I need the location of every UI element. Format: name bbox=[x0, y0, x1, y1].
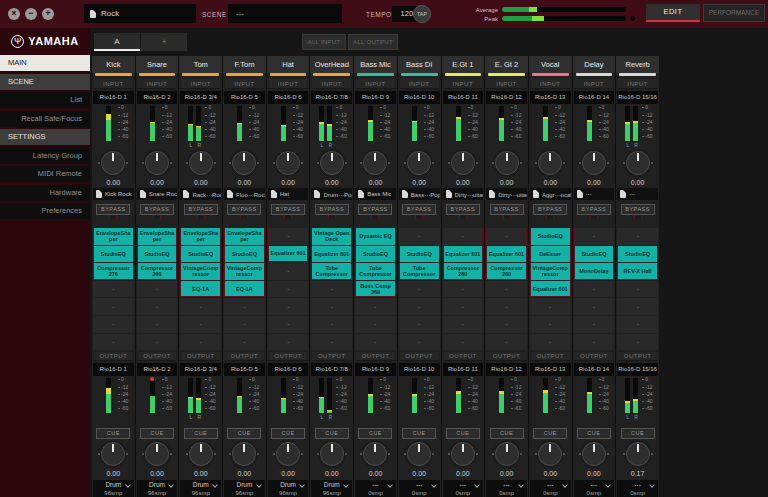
input-gain-knob[interactable] bbox=[442, 148, 485, 178]
insert-slot[interactable]: - bbox=[617, 298, 658, 315]
cue-button[interactable]: CUE bbox=[96, 428, 130, 439]
input-gain-knob[interactable] bbox=[267, 148, 310, 178]
channel-name[interactable]: Bass DI bbox=[398, 56, 441, 73]
channel-name[interactable]: Tom bbox=[179, 56, 222, 73]
sidebar-item-main[interactable]: MAIN bbox=[0, 55, 90, 71]
output-level-knob[interactable] bbox=[136, 439, 179, 469]
all-input-button[interactable]: ALL INPUT bbox=[302, 34, 346, 50]
insert-slot[interactable]: - bbox=[180, 316, 221, 333]
latency-group-selector[interactable]: Drum 96smp bbox=[224, 480, 265, 497]
insert-slot[interactable]: EnvelopeShaper bbox=[180, 228, 221, 245]
input-gain-knob[interactable] bbox=[223, 148, 266, 178]
preset-selector[interactable]: Bass Mic bbox=[355, 188, 396, 200]
insert-slot[interactable]: REV-X Hall bbox=[617, 263, 658, 280]
knob-dial[interactable] bbox=[407, 442, 431, 466]
insert-slot[interactable]: - bbox=[137, 316, 178, 333]
insert-slot[interactable]: - bbox=[355, 334, 396, 351]
insert-slot[interactable]: Equalizer 601 bbox=[268, 246, 309, 263]
insert-slot[interactable]: - bbox=[137, 334, 178, 351]
knob-dial[interactable] bbox=[320, 151, 344, 175]
bypass-button[interactable]: BYPASS bbox=[577, 204, 611, 215]
close-icon[interactable]: × bbox=[8, 8, 20, 20]
insert-slot[interactable]: - bbox=[399, 316, 440, 333]
insert-slot[interactable]: - bbox=[443, 316, 484, 333]
insert-slot[interactable]: - bbox=[486, 298, 527, 315]
insert-slot[interactable]: - bbox=[443, 298, 484, 315]
output-port-selector[interactable]: Rio16-D 2 bbox=[137, 363, 178, 376]
latency-group-selector[interactable]: --- 0smp bbox=[617, 480, 658, 497]
insert-slot[interactable]: - bbox=[180, 298, 221, 315]
output-level-knob[interactable] bbox=[310, 439, 353, 469]
insert-slot[interactable]: - bbox=[224, 334, 265, 351]
output-port-selector[interactable]: Rio16-D 9 bbox=[355, 363, 396, 376]
input-gain-knob[interactable] bbox=[136, 148, 179, 178]
insert-slot[interactable]: EnvelopeShaper bbox=[137, 228, 178, 245]
knob-dial[interactable] bbox=[232, 151, 256, 175]
insert-slot[interactable]: StudioEQ bbox=[93, 246, 134, 263]
latency-group-selector[interactable]: Drum 96smp bbox=[93, 480, 134, 497]
knob-dial[interactable] bbox=[145, 442, 169, 466]
insert-slot[interactable]: StudioEQ bbox=[137, 246, 178, 263]
preset-selector[interactable]: Floo⋯Rock bbox=[224, 188, 265, 200]
insert-slot[interactable]: VintageCompressor bbox=[530, 263, 571, 280]
sidebar-item-list[interactable]: List bbox=[0, 92, 90, 108]
insert-slot[interactable]: - bbox=[486, 334, 527, 351]
insert-slot[interactable]: EnvelopeShaper bbox=[93, 228, 134, 245]
input-port-selector[interactable]: Rio16-D 15/16 bbox=[617, 91, 658, 104]
cue-button[interactable]: CUE bbox=[358, 428, 392, 439]
insert-slot[interactable]: MonoDelay bbox=[574, 263, 615, 280]
knob-dial[interactable] bbox=[538, 442, 562, 466]
insert-slot[interactable]: - bbox=[224, 298, 265, 315]
insert-slot[interactable]: - bbox=[224, 316, 265, 333]
insert-slot[interactable]: - bbox=[617, 334, 658, 351]
preset-selector[interactable]: Kick Rock bbox=[93, 188, 134, 200]
bypass-button[interactable]: BYPASS bbox=[402, 204, 436, 215]
knob-dial[interactable] bbox=[320, 442, 344, 466]
output-level-knob[interactable] bbox=[616, 439, 659, 469]
bypass-button[interactable]: BYPASS bbox=[96, 204, 130, 215]
output-level-knob[interactable] bbox=[529, 439, 572, 469]
bypass-button[interactable]: BYPASS bbox=[621, 204, 655, 215]
knob-dial[interactable] bbox=[232, 442, 256, 466]
insert-slot[interactable]: - bbox=[399, 298, 440, 315]
insert-slot[interactable]: - bbox=[311, 281, 352, 298]
insert-slot[interactable]: - bbox=[443, 228, 484, 245]
insert-slot[interactable]: - bbox=[93, 334, 134, 351]
zoom-icon[interactable]: + bbox=[42, 8, 54, 20]
sidebar-item-latency-group[interactable]: Latency Group bbox=[0, 148, 90, 164]
insert-slot[interactable]: - bbox=[93, 316, 134, 333]
bypass-button[interactable]: BYPASS bbox=[446, 204, 480, 215]
output-port-selector[interactable]: Rio16-D 15/16 bbox=[617, 363, 658, 376]
insert-slot[interactable]: - bbox=[268, 334, 309, 351]
output-port-selector[interactable]: Rio16-D 13 bbox=[530, 363, 571, 376]
scene-selector[interactable]: --- bbox=[228, 4, 342, 23]
output-level-knob[interactable] bbox=[354, 439, 397, 469]
output-level-knob[interactable] bbox=[223, 439, 266, 469]
insert-slot[interactable]: StudioEQ bbox=[574, 246, 615, 263]
latency-group-selector[interactable]: Drum 96smp bbox=[137, 480, 178, 497]
bypass-button[interactable]: BYPASS bbox=[140, 204, 174, 215]
insert-slot[interactable]: - bbox=[268, 228, 309, 245]
knob-dial[interactable] bbox=[363, 442, 387, 466]
channel-name[interactable]: F.Tom bbox=[223, 56, 266, 73]
knob-dial[interactable] bbox=[495, 442, 519, 466]
insert-slot[interactable]: StudioEQ bbox=[355, 246, 396, 263]
input-gain-knob[interactable] bbox=[354, 148, 397, 178]
insert-slot[interactable]: EQ-1A bbox=[180, 281, 221, 298]
insert-slot[interactable]: - bbox=[399, 281, 440, 298]
knob-dial[interactable] bbox=[495, 151, 519, 175]
knob-dial[interactable] bbox=[101, 442, 125, 466]
input-gain-knob[interactable] bbox=[398, 148, 441, 178]
latency-group-selector[interactable]: --- 0smp bbox=[574, 480, 615, 497]
all-output-button[interactable]: ALL OUTPUT bbox=[348, 34, 398, 50]
input-gain-knob[interactable] bbox=[485, 148, 528, 178]
insert-slot[interactable]: - bbox=[399, 228, 440, 245]
bypass-button[interactable]: BYPASS bbox=[315, 204, 349, 215]
input-port-selector[interactable]: Rio16-D 14 bbox=[574, 91, 615, 104]
insert-slot[interactable]: Dynamic EQ bbox=[355, 228, 396, 245]
input-port-selector[interactable]: Rio16-D 10 bbox=[399, 91, 440, 104]
minimize-icon[interactable]: − bbox=[25, 8, 37, 20]
cue-button[interactable]: CUE bbox=[446, 428, 480, 439]
insert-slot[interactable]: Tube Compressor bbox=[355, 263, 396, 280]
cue-button[interactable]: CUE bbox=[315, 428, 349, 439]
